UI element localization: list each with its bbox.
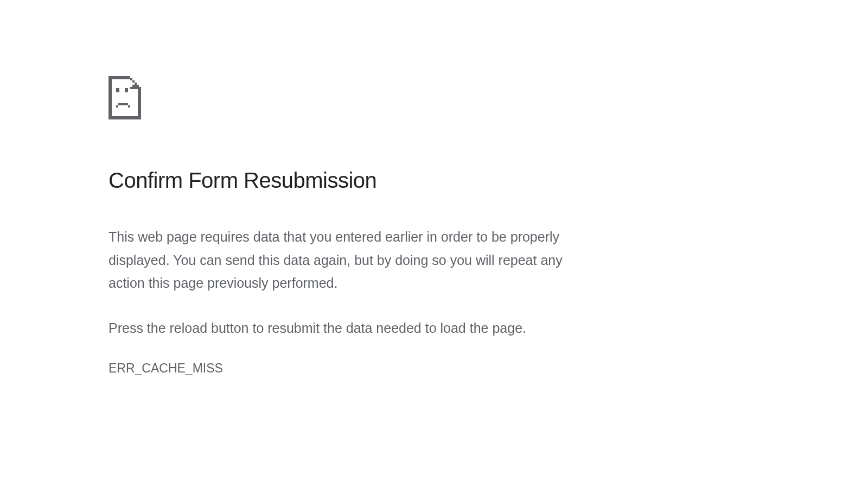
svg-rect-3 <box>116 105 118 108</box>
svg-rect-2 <box>118 103 128 105</box>
sad-page-icon <box>108 76 142 119</box>
icon-row <box>108 76 597 119</box>
svg-rect-1 <box>125 88 128 92</box>
error-code: ERR_CACHE_MISS <box>108 361 597 376</box>
message-paragraph-1: This web page requires data that you ent… <box>108 225 597 295</box>
message-paragraph-2: Press the reload button to resubmit the … <box>108 317 597 340</box>
svg-rect-4 <box>128 105 130 108</box>
svg-rect-0 <box>116 88 119 92</box>
error-page-container: Confirm Form Resubmission This web page … <box>0 0 597 376</box>
page-title: Confirm Form Resubmission <box>108 168 597 193</box>
